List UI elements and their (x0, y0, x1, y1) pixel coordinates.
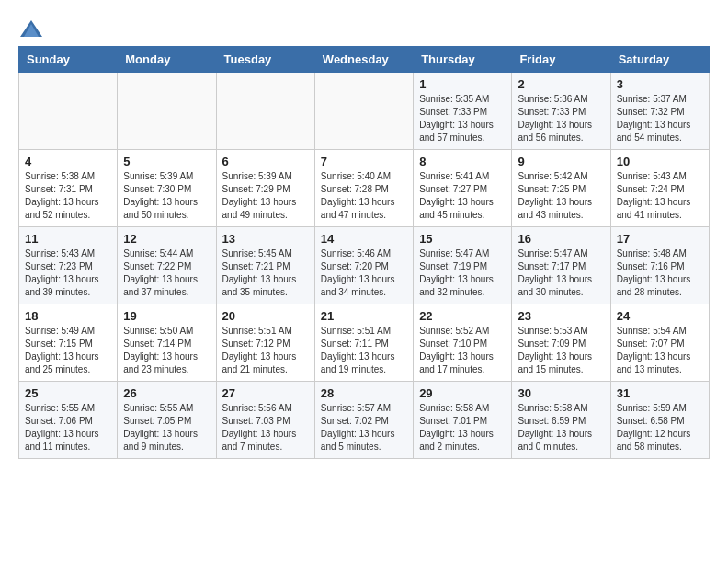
day-info: Sunrise: 5:41 AM Sunset: 7:27 PM Dayligh… (419, 170, 506, 222)
day-info: Sunrise: 5:38 AM Sunset: 7:31 PM Dayligh… (25, 170, 111, 222)
day-number: 29 (419, 386, 506, 400)
day-info: Sunrise: 5:42 AM Sunset: 7:25 PM Dayligh… (518, 170, 604, 222)
day-info: Sunrise: 5:55 AM Sunset: 7:05 PM Dayligh… (123, 402, 210, 454)
day-info: Sunrise: 5:56 AM Sunset: 7:03 PM Dayligh… (222, 402, 309, 454)
day-info: Sunrise: 5:39 AM Sunset: 7:29 PM Dayligh… (222, 170, 309, 222)
day-number: 23 (518, 309, 604, 323)
day-number: 28 (321, 386, 407, 400)
calendar-cell: 27Sunrise: 5:56 AM Sunset: 7:03 PM Dayli… (216, 382, 314, 459)
calendar-cell: 17Sunrise: 5:48 AM Sunset: 7:16 PM Dayli… (610, 227, 709, 304)
day-info: Sunrise: 5:44 AM Sunset: 7:22 PM Dayligh… (123, 247, 210, 299)
calendar-cell: 15Sunrise: 5:47 AM Sunset: 7:19 PM Dayli… (414, 227, 512, 304)
calendar-cell: 25Sunrise: 5:55 AM Sunset: 7:06 PM Dayli… (19, 382, 118, 459)
calendar-cell: 20Sunrise: 5:51 AM Sunset: 7:12 PM Dayli… (216, 304, 314, 382)
day-number: 15 (419, 232, 506, 246)
column-header-tuesday: Tuesday (216, 47, 314, 73)
day-number: 8 (419, 155, 506, 168)
calendar-cell: 21Sunrise: 5:51 AM Sunset: 7:11 PM Dayli… (314, 304, 413, 382)
day-number: 16 (518, 232, 604, 246)
day-number: 27 (222, 386, 309, 400)
day-number: 3 (617, 77, 703, 91)
calendar-cell: 10Sunrise: 5:43 AM Sunset: 7:24 PM Dayli… (610, 150, 709, 227)
day-number: 7 (321, 155, 407, 168)
day-info: Sunrise: 5:43 AM Sunset: 7:24 PM Dayligh… (617, 170, 703, 222)
calendar-cell: 9Sunrise: 5:42 AM Sunset: 7:25 PM Daylig… (512, 150, 610, 227)
calendar-cell: 8Sunrise: 5:41 AM Sunset: 7:27 PM Daylig… (414, 150, 512, 227)
day-number: 21 (321, 309, 407, 323)
calendar-cell: 7Sunrise: 5:40 AM Sunset: 7:28 PM Daylig… (314, 150, 413, 227)
calendar-cell: 13Sunrise: 5:45 AM Sunset: 7:21 PM Dayli… (216, 227, 314, 304)
calendar-week-row: 11Sunrise: 5:43 AM Sunset: 7:23 PM Dayli… (19, 227, 710, 304)
day-number: 14 (321, 232, 407, 246)
calendar-cell: 1Sunrise: 5:35 AM Sunset: 7:33 PM Daylig… (414, 73, 512, 150)
calendar-cell: 6Sunrise: 5:39 AM Sunset: 7:29 PM Daylig… (216, 150, 314, 227)
day-number: 18 (25, 309, 111, 323)
day-info: Sunrise: 5:52 AM Sunset: 7:10 PM Dayligh… (419, 325, 506, 376)
calendar-week-row: 1Sunrise: 5:35 AM Sunset: 7:33 PM Daylig… (19, 73, 710, 150)
day-number: 12 (123, 232, 210, 246)
day-info: Sunrise: 5:58 AM Sunset: 7:01 PM Dayligh… (419, 402, 506, 454)
column-header-saturday: Saturday (610, 47, 709, 73)
day-number: 10 (617, 155, 703, 168)
day-number: 1 (419, 77, 506, 91)
header (18, 18, 710, 40)
day-info: Sunrise: 5:54 AM Sunset: 7:07 PM Dayligh… (617, 325, 703, 376)
day-info: Sunrise: 5:55 AM Sunset: 7:06 PM Dayligh… (25, 402, 111, 454)
logo (18, 18, 48, 40)
column-header-wednesday: Wednesday (314, 47, 413, 73)
day-number: 4 (25, 155, 111, 168)
column-header-friday: Friday (512, 47, 610, 73)
day-number: 19 (123, 309, 210, 323)
day-number: 20 (222, 309, 309, 323)
calendar-cell: 26Sunrise: 5:55 AM Sunset: 7:05 PM Dayli… (118, 382, 216, 459)
calendar-cell (118, 73, 216, 150)
day-number: 24 (617, 309, 703, 323)
day-info: Sunrise: 5:58 AM Sunset: 6:59 PM Dayligh… (518, 402, 604, 454)
calendar-cell: 23Sunrise: 5:53 AM Sunset: 7:09 PM Dayli… (512, 304, 610, 382)
day-info: Sunrise: 5:49 AM Sunset: 7:15 PM Dayligh… (25, 325, 111, 376)
day-info: Sunrise: 5:40 AM Sunset: 7:28 PM Dayligh… (321, 170, 407, 222)
calendar-cell: 29Sunrise: 5:58 AM Sunset: 7:01 PM Dayli… (414, 382, 512, 459)
calendar-cell: 4Sunrise: 5:38 AM Sunset: 7:31 PM Daylig… (19, 150, 118, 227)
calendar-cell: 31Sunrise: 5:59 AM Sunset: 6:58 PM Dayli… (610, 382, 709, 459)
calendar-week-row: 25Sunrise: 5:55 AM Sunset: 7:06 PM Dayli… (19, 382, 710, 459)
day-number: 26 (123, 386, 210, 400)
calendar-cell (216, 73, 314, 150)
column-header-monday: Monday (118, 47, 216, 73)
calendar-cell: 24Sunrise: 5:54 AM Sunset: 7:07 PM Dayli… (610, 304, 709, 382)
day-number: 9 (518, 155, 604, 168)
calendar-cell: 30Sunrise: 5:58 AM Sunset: 6:59 PM Dayli… (512, 382, 610, 459)
day-number: 25 (25, 386, 111, 400)
calendar-cell: 19Sunrise: 5:50 AM Sunset: 7:14 PM Dayli… (118, 304, 216, 382)
day-info: Sunrise: 5:43 AM Sunset: 7:23 PM Dayligh… (25, 247, 111, 299)
calendar-cell: 18Sunrise: 5:49 AM Sunset: 7:15 PM Dayli… (19, 304, 118, 382)
calendar-cell (314, 73, 413, 150)
day-number: 31 (617, 386, 703, 400)
calendar-cell: 12Sunrise: 5:44 AM Sunset: 7:22 PM Dayli… (118, 227, 216, 304)
calendar-table: SundayMondayTuesdayWednesdayThursdayFrid… (18, 46, 710, 459)
day-number: 2 (518, 77, 604, 91)
day-number: 30 (518, 386, 604, 400)
day-info: Sunrise: 5:39 AM Sunset: 7:30 PM Dayligh… (123, 170, 210, 222)
day-info: Sunrise: 5:35 AM Sunset: 7:33 PM Dayligh… (419, 93, 506, 144)
day-number: 5 (123, 155, 210, 168)
day-info: Sunrise: 5:47 AM Sunset: 7:19 PM Dayligh… (419, 247, 506, 299)
calendar-cell: 2Sunrise: 5:36 AM Sunset: 7:33 PM Daylig… (512, 73, 610, 150)
day-info: Sunrise: 5:48 AM Sunset: 7:16 PM Dayligh… (617, 247, 703, 299)
logo-icon (18, 18, 44, 40)
calendar-week-row: 18Sunrise: 5:49 AM Sunset: 7:15 PM Dayli… (19, 304, 710, 382)
day-info: Sunrise: 5:37 AM Sunset: 7:32 PM Dayligh… (617, 93, 703, 144)
day-number: 17 (617, 232, 703, 246)
day-number: 13 (222, 232, 309, 246)
calendar-cell: 11Sunrise: 5:43 AM Sunset: 7:23 PM Dayli… (19, 227, 118, 304)
calendar-cell (19, 73, 118, 150)
calendar-cell: 5Sunrise: 5:39 AM Sunset: 7:30 PM Daylig… (118, 150, 216, 227)
day-info: Sunrise: 5:50 AM Sunset: 7:14 PM Dayligh… (123, 325, 210, 376)
calendar-cell: 16Sunrise: 5:47 AM Sunset: 7:17 PM Dayli… (512, 227, 610, 304)
calendar-cell: 28Sunrise: 5:57 AM Sunset: 7:02 PM Dayli… (314, 382, 413, 459)
day-number: 11 (25, 232, 111, 246)
day-info: Sunrise: 5:53 AM Sunset: 7:09 PM Dayligh… (518, 325, 604, 376)
day-number: 22 (419, 309, 506, 323)
calendar-header-row: SundayMondayTuesdayWednesdayThursdayFrid… (19, 47, 710, 73)
day-info: Sunrise: 5:59 AM Sunset: 6:58 PM Dayligh… (617, 402, 703, 454)
